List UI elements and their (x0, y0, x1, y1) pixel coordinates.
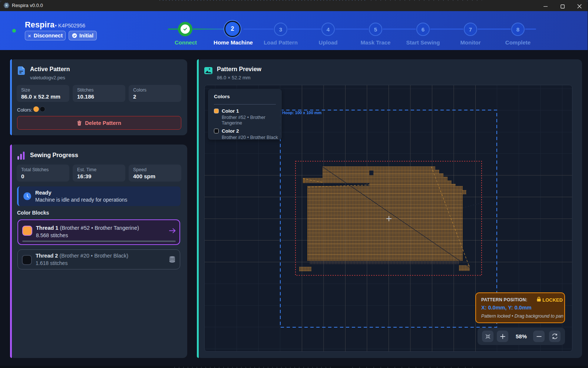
svg-text:Hoop: 100 x 100 mm: Hoop: 100 x 100 mm (282, 110, 322, 115)
